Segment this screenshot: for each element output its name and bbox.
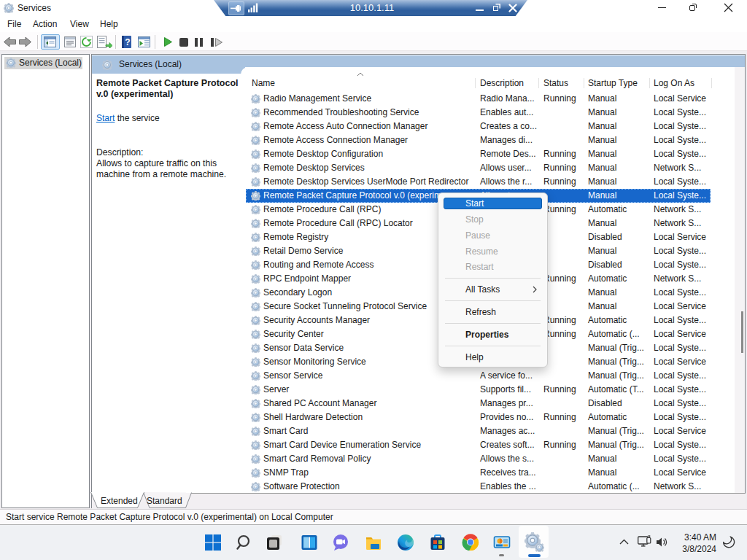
svg-text:?: ? <box>125 37 130 47</box>
